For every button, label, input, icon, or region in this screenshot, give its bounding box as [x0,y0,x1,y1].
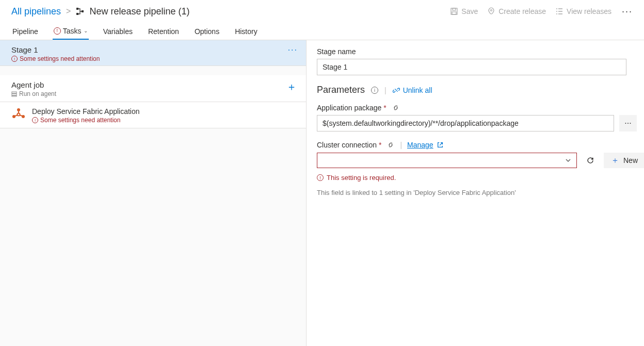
plus-icon: ＋ [611,155,619,166]
refresh-button[interactable] [583,152,598,169]
svg-rect-0 [76,8,78,10]
svg-rect-2 [82,10,84,12]
new-connection-button[interactable]: ＋ New [604,153,644,168]
stage-warning: ! Some settings need attention [11,55,100,62]
list-icon [555,7,564,15]
stage-row[interactable]: Stage 1 ! Some settings need attention ·… [0,40,306,66]
tab-pipeline[interactable]: Pipeline [11,23,39,40]
service-fabric-icon [11,107,26,122]
add-task-button[interactable]: ＋ [285,80,298,93]
svg-point-10 [17,108,20,111]
tab-tasks[interactable]: ! Tasks ⌄ [53,23,89,40]
cluster-connection-select[interactable] [317,153,577,168]
breadcrumb-root-link[interactable]: All pipelines [11,6,61,17]
application-package-input[interactable] [317,115,614,131]
breadcrumb: All pipelines > New release pipeline (1) [11,6,190,17]
task-warning: ! Some settings need attention [32,117,140,124]
required-error: ! This setting is required. [317,174,637,182]
link-icon[interactable] [387,141,395,149]
svg-rect-8 [12,93,17,95]
link-icon[interactable] [392,104,400,112]
error-icon: ! [11,56,18,62]
parameters-heading: Parameters [317,85,365,95]
stage-name-field: Stage name [317,47,637,75]
svg-rect-1 [76,13,78,15]
job-name: Agent job [11,80,56,89]
external-link-icon [437,141,444,149]
breadcrumb-separator: > [66,7,71,16]
required-mark: * [383,104,386,112]
tab-tasks-label: Tasks [63,27,82,35]
chevron-down-icon [565,157,571,163]
new-connection-label: New [623,156,638,164]
stage-more-button[interactable]: ··· [288,45,298,55]
properties-pane: Stage name Parameters i | Unlink all App… [307,40,644,346]
save-icon [450,7,458,15]
rocket-icon [487,7,495,15]
error-icon: ! [317,174,324,181]
divider: | [384,86,387,94]
application-package-label: Application package [317,104,381,112]
create-release-label: Create release [498,7,546,15]
manage-link[interactable]: Manage [407,141,444,149]
info-icon[interactable]: i [371,87,378,94]
server-icon [11,91,17,97]
svg-rect-4 [453,8,456,10]
stage-name: Stage 1 [11,45,100,54]
divider: | [400,141,402,149]
save-button-label: Save [461,7,478,15]
header-actions: Save Create release View releases ··· [450,6,634,17]
task-row[interactable]: Deploy Service Fabric Application ! Some… [0,102,306,128]
error-icon: ! [32,117,38,123]
cluster-connection-label: Cluster connection [317,141,377,149]
cluster-connection-field: Cluster connection * | Manage ＋ New [317,141,637,196]
save-button[interactable]: Save [450,7,478,15]
error-icon: ! [54,27,61,35]
view-releases-label: View releases [567,7,611,15]
unlink-all-link[interactable]: Unlink all [393,86,432,94]
chevron-down-icon: ⌄ [84,28,88,34]
svg-rect-9 [12,95,17,96]
editor-body: Stage 1 ! Some settings need attention ·… [0,40,644,346]
task-name: Deploy Service Fabric Application [32,107,140,116]
tab-options[interactable]: Options [194,23,220,40]
editor-tabs: Pipeline ! Tasks ⌄ Variables Retention O… [0,23,644,40]
linked-hint: This field is linked to 1 setting in 'De… [317,189,637,196]
job-subtitle: Run on agent [11,90,56,97]
tab-variables[interactable]: Variables [102,23,134,40]
view-releases-button[interactable]: View releases [555,7,611,15]
create-release-button[interactable]: Create release [487,7,546,15]
breadcrumb-title: New release pipeline (1) [89,6,189,17]
tab-history[interactable]: History [234,23,259,40]
agent-job-row[interactable]: Agent job Run on agent ＋ [0,75,306,102]
required-mark: * [379,141,381,149]
parameters-header: Parameters i | Unlink all [317,85,637,95]
svg-rect-7 [12,91,17,93]
tab-retention[interactable]: Retention [147,23,180,40]
stage-name-label: Stage name [317,47,637,56]
unlink-icon [393,87,400,94]
svg-point-6 [491,10,492,11]
application-package-field: Application package * ··· [317,104,637,131]
application-package-browse-button[interactable]: ··· [619,115,637,131]
page-header: All pipelines > New release pipeline (1)… [0,0,644,23]
refresh-icon [586,156,594,164]
tasks-tree: Stage 1 ! Some settings need attention ·… [0,40,307,346]
svg-rect-5 [452,12,456,14]
stage-name-input[interactable] [317,59,626,75]
pipeline-icon [76,7,84,15]
header-more-button[interactable]: ··· [621,6,634,17]
